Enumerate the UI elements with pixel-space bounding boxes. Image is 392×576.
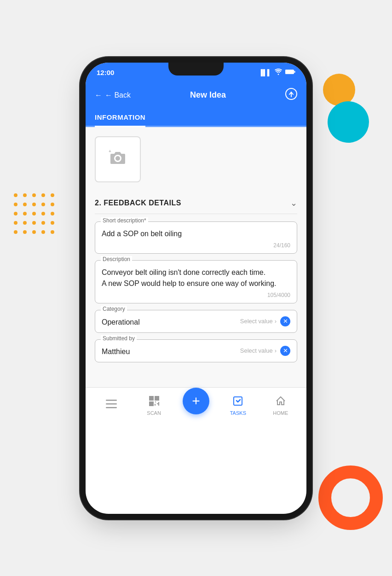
nav-menu[interactable] <box>98 400 125 412</box>
short-description-box[interactable]: Short description* Add a SOP on belt oil… <box>95 221 297 254</box>
short-description-field: Short description* Add a SOP on belt oil… <box>95 221 297 254</box>
feedback-details-section[interactable]: 2. FEEDBACK DETAILS ⌄ <box>95 193 297 214</box>
short-description-label: Short description* <box>101 217 148 224</box>
category-value: Operational <box>102 315 140 328</box>
photo-upload-button[interactable]: + <box>95 136 141 182</box>
description-field: Description Conveyor belt oiling isn't d… <box>95 260 297 303</box>
submitted-by-select-button[interactable]: Select value › <box>240 347 277 354</box>
svg-rect-10 <box>150 397 152 399</box>
svg-rect-0 <box>285 70 294 74</box>
chevron-down-icon: ⌄ <box>290 198 297 208</box>
short-description-counter: 24/160 <box>102 242 290 249</box>
page-title: New Idea <box>190 90 226 100</box>
bottom-navigation: SCAN + TASKS HOME <box>86 387 306 424</box>
tab-bar: INFORMATION <box>86 108 306 127</box>
orange-ring-decoration <box>318 465 383 530</box>
submitted-by-label: Submitted by <box>101 335 137 342</box>
wifi-icon <box>274 69 282 76</box>
submitted-by-box[interactable]: Submitted by Matthieu Select value › ✕ <box>95 339 297 362</box>
dot-grid-decoration <box>14 193 55 235</box>
home-label: HOME <box>273 410 288 416</box>
submitted-by-field: Submitted by Matthieu Select value › ✕ <box>95 339 297 362</box>
svg-rect-1 <box>294 71 295 73</box>
description-value[interactable]: Conveyor belt oiling isn't done correctl… <box>102 265 290 289</box>
category-clear-button[interactable]: ✕ <box>280 316 290 326</box>
submitted-by-value: Matthieu <box>102 344 130 357</box>
menu-icon <box>106 400 117 412</box>
description-label: Description <box>101 256 132 262</box>
nav-home[interactable]: HOME <box>267 396 294 416</box>
submitted-by-clear-button[interactable]: ✕ <box>280 346 290 356</box>
scan-label: SCAN <box>147 410 161 416</box>
category-label: Category <box>101 306 127 312</box>
back-label: ← Back <box>105 91 131 99</box>
svg-rect-6 <box>106 407 117 408</box>
submitted-by-select-row: Matthieu Select value › ✕ <box>102 344 290 357</box>
category-select-button[interactable]: Select value › <box>240 318 277 325</box>
description-box[interactable]: Description Conveyor belt oiling isn't d… <box>95 260 297 303</box>
chevron-right-icon: › <box>275 318 277 325</box>
category-field: Category Operational Select value › ✕ <box>95 310 297 333</box>
content-area: + 2. FEEDBACK DETAILS ⌄ Short descriptio… <box>86 127 306 387</box>
home-icon <box>275 396 286 409</box>
camera-add-icon: + <box>110 151 126 168</box>
short-description-value[interactable]: Add a SOP on belt oiling <box>102 227 290 239</box>
battery-icon <box>285 69 295 76</box>
tasks-icon <box>232 396 243 409</box>
section-title: 2. FEEDBACK DETAILS <box>95 199 181 207</box>
plus-icon: + <box>192 393 200 409</box>
status-icons: ▐▌▌ <box>259 69 295 76</box>
svg-rect-11 <box>156 397 158 399</box>
phone-frame: 12:00 ▐▌▌ ← ← Back New Idea <box>86 63 306 514</box>
back-arrow-icon: ← <box>95 91 102 99</box>
nav-tasks[interactable]: TASKS <box>224 396 252 416</box>
tab-information[interactable]: INFORMATION <box>95 108 145 127</box>
chevron-right-icon-2: › <box>275 347 277 354</box>
fab-add-button[interactable]: + <box>183 388 209 414</box>
status-bar: 12:00 ▐▌▌ <box>86 63 306 83</box>
signal-icon: ▐▌▌ <box>259 69 271 76</box>
app-header: ← ← Back New Idea <box>86 83 306 108</box>
svg-rect-4 <box>106 400 117 401</box>
description-counter: 105/4000 <box>102 292 290 298</box>
tasks-label: TASKS <box>230 410 246 416</box>
cyan-circle-decoration <box>328 101 369 143</box>
status-time: 12:00 <box>97 69 114 76</box>
svg-rect-12 <box>150 403 152 405</box>
qr-icon <box>149 396 160 409</box>
nav-scan[interactable]: SCAN <box>140 396 168 416</box>
category-select-row: Operational Select value › ✕ <box>102 315 290 328</box>
svg-rect-17 <box>234 397 242 405</box>
back-button[interactable]: ← ← Back <box>95 91 131 99</box>
category-box[interactable]: Category Operational Select value › ✕ <box>95 310 297 333</box>
svg-rect-5 <box>106 403 117 405</box>
upload-icon[interactable] <box>285 88 297 103</box>
